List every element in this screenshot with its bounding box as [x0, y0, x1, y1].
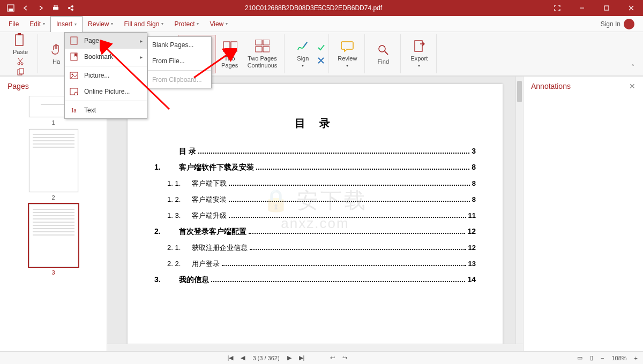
page-icon — [69, 36, 79, 46]
svg-rect-14 — [19, 69, 24, 74]
sign-in-label: Sign In — [601, 20, 620, 28]
document-view: 目 录 目 录31.客户端软件下载及安装81. 1.客户端下载81. 2.客户端… — [107, 77, 523, 351]
svg-rect-9 — [16, 35, 23, 46]
redo-icon[interactable] — [35, 3, 46, 13]
nav-forward-icon[interactable]: ↪ — [342, 354, 347, 361]
ribbon-review: Review▾ — [330, 34, 365, 73]
quick-access-toolbar — [0, 3, 81, 13]
sign-button[interactable]: Sign▾ — [289, 35, 317, 73]
maximize-button[interactable] — [595, 0, 618, 16]
chevron-down-icon: ▾ — [197, 21, 199, 26]
svg-point-12 — [21, 63, 23, 65]
menu-protect[interactable]: Protect▾ — [169, 16, 204, 32]
insert-text-item[interactable]: Ia Text — [65, 102, 147, 118]
close-annotations-icon[interactable]: ✕ — [629, 82, 635, 90]
undo-icon[interactable] — [20, 3, 31, 13]
export-button[interactable]: Export▾ — [405, 35, 433, 73]
svg-rect-3 — [54, 5, 57, 7]
copy-icon[interactable] — [16, 68, 25, 77]
page-thumb-3[interactable]: 3 — [29, 204, 78, 276]
text-icon: Ia — [69, 105, 79, 115]
svg-rect-28 — [71, 37, 77, 44]
insert-bookmark-item[interactable]: Bookmark ▸ — [65, 49, 147, 65]
cut-icon[interactable] — [16, 57, 25, 66]
toc-row: 3.我的信息14 — [154, 275, 476, 285]
svg-point-11 — [18, 63, 20, 65]
page-position: 3 (3 / 362) — [252, 355, 279, 361]
chevron-right-icon: ▸ — [140, 38, 143, 44]
zoom-in-status[interactable]: + — [634, 355, 638, 361]
chevron-down-icon: ▾ — [43, 21, 45, 26]
svg-rect-27 — [415, 41, 422, 51]
chevron-right-icon: ▸ — [140, 54, 143, 60]
zoom-level: 108% — [611, 355, 626, 361]
last-page-icon[interactable]: ▶| — [299, 354, 305, 361]
toc-row: 1.客户端软件下载及安装8 — [154, 163, 476, 172]
svg-rect-10 — [18, 33, 21, 35]
fit-page-icon[interactable]: ▭ — [577, 354, 582, 361]
menu-bar: File Edit▾ Insert▾ Review▾ Fill and Sign… — [0, 16, 643, 32]
annotations-header: Annotations — [531, 82, 571, 90]
next-page-icon[interactable]: ▶ — [287, 354, 291, 361]
insert-picture-item[interactable]: Picture... — [65, 67, 147, 84]
comment-icon — [340, 39, 355, 54]
menu-edit[interactable]: Edit▾ — [24, 16, 50, 32]
menu-file[interactable]: File — [3, 16, 24, 32]
review-button[interactable]: Review▾ — [333, 35, 361, 73]
picture-icon — [69, 71, 79, 80]
print-icon[interactable] — [50, 3, 61, 13]
menu-fill-sign[interactable]: Fill and Sign▾ — [118, 16, 169, 32]
two-pages-button[interactable]: TwoPages — [216, 35, 244, 73]
toc-row: 1. 3.客户端升级11 — [154, 211, 476, 221]
check-icon[interactable] — [317, 43, 325, 52]
insert-online-picture-item[interactable]: Online Picture... — [65, 84, 147, 100]
from-clipboard-item: From Clipboard... — [148, 72, 211, 88]
bookmark-icon — [69, 52, 79, 62]
insert-page-submenu: Blank Pages... From File... From Clipboa… — [147, 36, 212, 88]
status-bar: |◀ ◀ 3 (3 / 362) ▶ ▶| ↩ ↪ ▭ ▯ − 108% + — [0, 351, 643, 364]
svg-rect-8 — [604, 6, 609, 10]
minimize-button[interactable] — [570, 0, 594, 16]
from-file-item[interactable]: From File... — [148, 53, 211, 69]
ribbon-find: Find — [366, 34, 401, 73]
document-page: 目 录 目 录31.客户端软件下载及安装81. 1.客户端下载81. 2.客户端… — [128, 84, 503, 344]
toc-row: 2. 1.获取注册企业信息12 — [154, 243, 476, 253]
document-scroll[interactable]: 目 录 目 录31.客户端软件下载及安装81. 1.客户端下载81. 2.客户端… — [107, 77, 523, 344]
two-pages-icon — [222, 39, 237, 54]
nav-back-icon[interactable]: ↩ — [330, 354, 335, 361]
x-icon[interactable] — [317, 56, 325, 65]
svg-rect-22 — [256, 47, 262, 52]
close-button[interactable] — [619, 0, 643, 16]
two-pages-continuous-button[interactable]: Two PagesContinuous — [244, 35, 281, 73]
fit-width-icon[interactable]: ▯ — [590, 354, 593, 361]
paste-button[interactable]: Paste — [6, 31, 34, 57]
share-icon[interactable] — [65, 3, 76, 13]
sign-in[interactable]: Sign In — [601, 19, 640, 29]
doc-title: 目 录 — [154, 116, 476, 131]
blank-pages-item[interactable]: Blank Pages... — [148, 37, 211, 53]
page-thumb-2[interactable]: 2 — [29, 129, 78, 201]
chevron-down-icon: ▾ — [226, 21, 228, 26]
toc-row: 1. 1.客户端下载8 — [154, 179, 476, 188]
fullscreen-icon[interactable] — [545, 0, 569, 16]
ribbon-sign: Sign▾ — [286, 34, 329, 73]
window-title: 210C012688B2DB08D3E5C5D2EDB6DD74.pdf — [81, 4, 545, 12]
save-icon[interactable] — [5, 3, 16, 13]
find-button[interactable]: Find — [369, 35, 397, 73]
chevron-down-icon: ▾ — [74, 22, 77, 27]
insert-page-item[interactable]: Page ▸ — [65, 33, 147, 49]
first-page-icon[interactable]: |◀ — [228, 354, 234, 361]
collapse-ribbon-icon[interactable]: ˄ — [626, 62, 640, 73]
toc-row: 2. 2.用户登录13 — [154, 259, 476, 269]
export-icon — [412, 39, 427, 54]
zoom-out-status[interactable]: − — [601, 355, 604, 361]
window-controls — [545, 0, 643, 16]
svg-rect-19 — [231, 42, 237, 51]
menu-insert[interactable]: Insert▾ — [50, 16, 83, 32]
prev-page-icon[interactable]: ◀ — [241, 354, 245, 361]
menu-review[interactable]: Review▾ — [83, 16, 118, 32]
sign-icon — [295, 39, 310, 54]
menu-view[interactable]: View▾ — [204, 16, 233, 32]
vertical-scrollbar[interactable] — [515, 77, 523, 344]
horizontal-scrollbar[interactable] — [107, 344, 523, 351]
